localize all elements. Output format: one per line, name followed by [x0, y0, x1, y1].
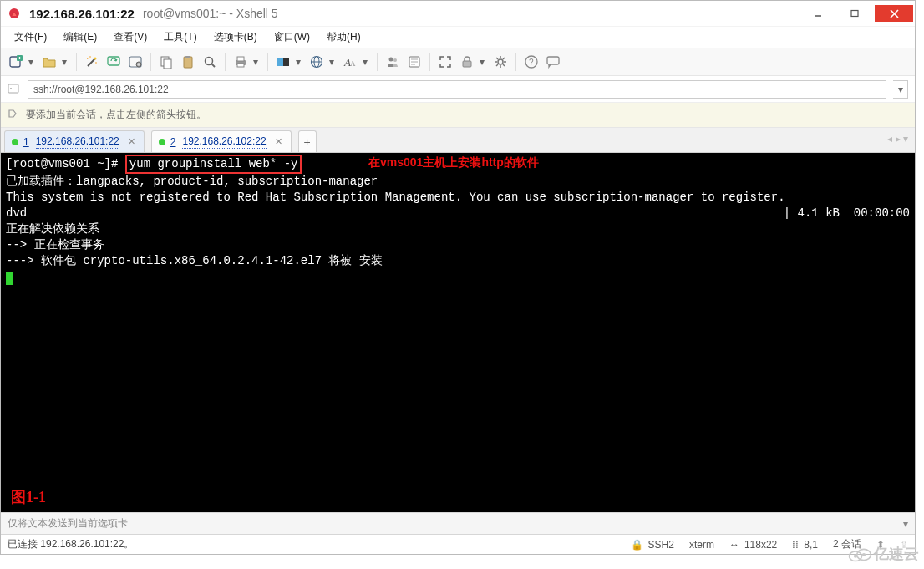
lock-icon[interactable] — [457, 52, 477, 72]
globe-icon[interactable] — [307, 52, 327, 72]
status-sessions: 2 会话 — [833, 537, 861, 551]
properties-icon[interactable] — [125, 52, 145, 72]
svg-line-44 — [496, 64, 498, 66]
open-folder-icon[interactable] — [39, 52, 59, 72]
address-url-text: ssh://root@192.168.26.101:22 — [33, 84, 169, 95]
svg-rect-15 — [164, 59, 171, 69]
address-dropdown[interactable]: ▾ — [893, 80, 908, 99]
maximize-button[interactable] — [836, 5, 873, 22]
terminal-line: 正在解决依赖关系 — [6, 221, 910, 237]
wand-icon[interactable] — [82, 52, 102, 72]
svg-point-50 — [10, 88, 12, 89]
status-size: ↔118x22 — [729, 539, 777, 551]
fullscreen-icon[interactable] — [435, 52, 455, 72]
send-dropdown-icon[interactable]: ▾ — [903, 518, 908, 530]
status-updown-icon[interactable]: ⬍ — [876, 539, 885, 551]
title-ip: 192.168.26.101:22 — [29, 7, 135, 21]
chat-icon[interactable] — [543, 52, 563, 72]
tab-scroll-arrows[interactable]: ◂ ▸ ▾ — [887, 133, 908, 145]
tab-session-2[interactable]: 2 192.168.26.102:22 ✕ — [151, 130, 292, 152]
minimize-button[interactable] — [800, 5, 836, 22]
lock-dropdown[interactable]: ▾ — [479, 56, 485, 68]
menu-help[interactable]: 帮助(H) — [318, 28, 369, 47]
open-dropdown[interactable]: ▾ — [61, 56, 68, 68]
app-icon — [8, 7, 21, 20]
menubar: 文件(F) 编辑(E) 查看(V) 工具(T) 选项卡(B) 窗口(W) 帮助(… — [1, 26, 915, 48]
font-icon[interactable]: AA — [340, 52, 360, 72]
svg-point-53 — [854, 555, 857, 558]
figure-label: 图1-1 — [11, 490, 46, 505]
svg-rect-24 — [277, 58, 283, 66]
infobar: 要添加当前会话，点击左侧的箭头按钮。 — [1, 103, 915, 128]
svg-point-37 — [498, 59, 503, 64]
lock-small-icon: 🔒 — [631, 539, 643, 551]
menu-tools[interactable]: 工具(T) — [155, 28, 205, 47]
svg-rect-2 — [851, 11, 858, 17]
svg-point-31 — [393, 58, 397, 62]
terminal-line: dvd| 4.1 kB 00:00:00 — [6, 206, 910, 221]
paste-icon[interactable] — [178, 52, 198, 72]
resize-icon: ↔ — [729, 539, 739, 551]
tab-label: 192.168.26.102:22 — [182, 135, 266, 149]
infobar-text: 要添加当前会话，点击左侧的箭头按钮。 — [26, 108, 206, 122]
script-icon[interactable] — [404, 52, 424, 72]
terminal-line: 已加载插件：langpacks, product-id, subscriptio… — [6, 174, 910, 190]
terminal-cursor — [6, 272, 13, 285]
help-icon[interactable]: ? — [521, 52, 541, 72]
tab-add-button[interactable]: + — [298, 130, 317, 152]
menu-tab[interactable]: 选项卡(B) — [206, 28, 266, 47]
terminal-command: yum groupinstall web* -y — [129, 157, 298, 170]
status-term: xterm — [689, 539, 714, 551]
gear-icon[interactable] — [490, 52, 510, 72]
tabstrip: 1 192.168.26.101:22 ✕ 2 192.168.26.102:2… — [1, 128, 915, 153]
terminal-line: --> 正在检查事务 — [6, 237, 910, 253]
globe-dropdown[interactable]: ▾ — [328, 56, 335, 68]
svg-text:?: ? — [529, 58, 534, 67]
print-icon[interactable] — [231, 52, 251, 72]
addressbar: ssh://root@192.168.26.101:22 ▾ — [1, 76, 915, 103]
reconnect-icon[interactable] — [104, 52, 124, 72]
terminal-line: ---> 软件包 crypto-utils.x86_64.0.2.4.1-42.… — [6, 253, 910, 269]
new-session-icon[interactable] — [6, 52, 26, 72]
svg-rect-22 — [237, 64, 244, 67]
color-scheme-icon[interactable] — [273, 52, 293, 72]
copy-icon[interactable] — [156, 52, 176, 72]
status-dot-icon — [12, 139, 18, 145]
users-icon[interactable] — [383, 52, 403, 72]
menu-view[interactable]: 查看(V) — [105, 28, 155, 47]
titlebar: 192.168.26.101:22 root@vms001:~ - Xshell… — [1, 1, 915, 26]
menu-file[interactable]: 文件(F) — [6, 28, 55, 47]
svg-rect-17 — [185, 56, 190, 58]
tab-close-icon[interactable]: ✕ — [275, 136, 282, 147]
find-icon[interactable] — [200, 52, 220, 72]
svg-rect-49 — [8, 84, 18, 93]
menu-edit[interactable]: 编辑(E) — [55, 28, 105, 47]
status-connected: 已连接 192.168.26.101:22。 — [8, 537, 616, 551]
svg-rect-36 — [463, 61, 471, 67]
toolbar: ▾ ▾ ▾ ▾ ▾ AA ▾ ▾ ? — [1, 48, 915, 76]
new-session-dropdown[interactable]: ▾ — [28, 56, 34, 68]
close-button[interactable] — [875, 5, 913, 22]
svg-point-10 — [94, 58, 97, 60]
color-dropdown[interactable]: ▾ — [295, 56, 302, 68]
svg-rect-21 — [237, 57, 244, 61]
status-pos: ⁞⁞8,1 — [792, 539, 818, 551]
send-to-tab-bar[interactable]: 仅将文本发送到当前选项卡 ▾ — [1, 512, 915, 534]
terminal[interactable]: [root@vms001 ~]# yum groupinstall web* -… — [1, 153, 915, 512]
tab-label: 192.168.26.101:22 — [36, 135, 119, 149]
tab-session-1[interactable]: 1 192.168.26.101:22 ✕ — [4, 130, 145, 152]
svg-line-9 — [88, 58, 95, 66]
tab-close-icon[interactable]: ✕ — [128, 136, 135, 147]
svg-point-30 — [389, 58, 393, 62]
terminal-command-highlight: yum groupinstall web* -y — [125, 155, 302, 174]
svg-line-43 — [503, 64, 505, 66]
status-ssh: 🔒SSH2 — [631, 539, 674, 551]
menu-window[interactable]: 窗口(W) — [266, 28, 318, 47]
print-dropdown[interactable]: ▾ — [252, 56, 259, 68]
address-input[interactable]: ssh://root@192.168.26.101:22 — [28, 80, 886, 99]
tab-number: 2 — [170, 136, 176, 148]
add-session-arrow-icon[interactable] — [8, 108, 19, 122]
annotation-text: 在vms001主机上安装http的软件 — [368, 155, 539, 170]
statusbar: 已连接 192.168.26.101:22。 🔒SSH2 xterm ↔118x… — [1, 534, 915, 554]
font-dropdown[interactable]: ▾ — [362, 56, 368, 68]
